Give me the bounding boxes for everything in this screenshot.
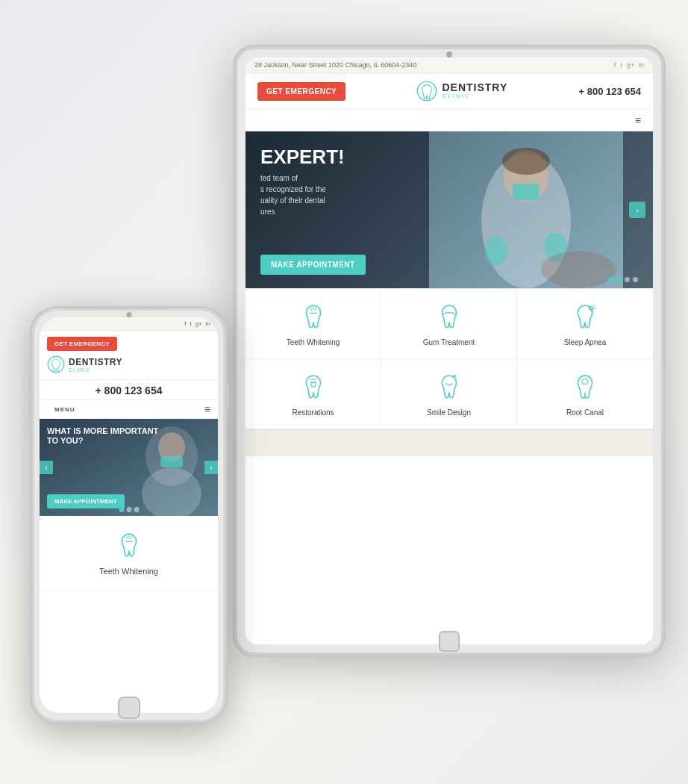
tooth-whitening-icon (298, 302, 328, 332)
svg-point-6 (502, 148, 550, 175)
service-restorations[interactable]: Restorations (246, 359, 381, 429)
phone-logo: DENTISTRY CLINIC (47, 355, 210, 373)
phone-number: + 800 123 654 (40, 380, 218, 400)
phone-topbar: f t g+ in (40, 317, 218, 331)
phone-hero-prev-arrow[interactable]: ‹ (40, 461, 53, 474)
tablet-logo-main: DENTISTRY (442, 82, 507, 93)
svg-point-7 (485, 236, 507, 266)
service-icon-smile-design (389, 371, 509, 404)
tablet-hero-image (429, 131, 623, 288)
tablet-home-button[interactable] (439, 631, 460, 652)
service-label-gum-treatment: Gum Treatment (389, 338, 509, 346)
tablet-phone-number: + 800 123 654 (579, 86, 642, 97)
hero-image-svg (429, 131, 623, 288)
phone-service-item[interactable]: Teeth Whitening (40, 516, 218, 591)
tablet-appointment-button[interactable]: MAKE APPOINTMENT (260, 255, 366, 275)
tablet-social-links: f t g+ in (614, 61, 644, 69)
tooth-sleep-icon (570, 302, 600, 332)
phone-dot-2 (126, 507, 131, 512)
tablet-hero: EXPERT! ted team of s recognized for the… (246, 131, 653, 288)
phone-hero-dots (119, 507, 139, 512)
svg-point-14 (582, 379, 588, 385)
social-fb[interactable]: f (614, 61, 616, 69)
tablet-services-grid: Teeth Whitening Gum Treatment (246, 288, 653, 429)
tablet-hero-text: EXPERT! ted team of s recognized for the… (260, 146, 345, 217)
hero-dot-3 (625, 277, 630, 282)
tablet-camera (446, 52, 452, 57)
service-icon-restorations (253, 371, 373, 404)
phone-tooth-icon (114, 531, 144, 561)
phone-service-icon (47, 531, 210, 561)
phone-dot-3 (134, 507, 139, 512)
service-label-teeth-whitening: Teeth Whitening (253, 338, 373, 346)
tablet-bottom-strip (246, 429, 653, 456)
phone-emergency-button[interactable]: GET EMERGENCY (47, 337, 117, 351)
tooth-restore-icon (298, 373, 328, 402)
tablet-hero-dots (608, 277, 638, 282)
tablet-hamburger-icon[interactable]: ≡ (635, 114, 641, 126)
phone-home-button[interactable] (118, 697, 140, 719)
social-gp[interactable]: g+ (627, 61, 634, 69)
phone-menu-label: MENU (47, 406, 75, 413)
phone-service-label: Teeth Whitening (47, 567, 210, 576)
tooth-root-icon (570, 373, 600, 402)
phone-logo-icon (47, 355, 65, 373)
svg-rect-5 (513, 184, 540, 200)
phone-device: f t g+ in GET EMERGENCY DENTISTRY (30, 306, 228, 724)
phone-hamburger-icon[interactable]: ≡ (204, 403, 210, 415)
tablet-address: 28 Jackson, Near Street 1020 Chicago, IL… (254, 61, 416, 69)
svg-rect-19 (160, 456, 183, 467)
tablet-nav-bar: ≡ (246, 110, 653, 131)
tablet-header: GET EMERGENCY DENTISTRY CLINIC + 800 123… (246, 73, 653, 110)
phone-screen-container: f t g+ in GET EMERGENCY DENTISTRY (40, 317, 218, 713)
svg-point-9 (541, 251, 616, 288)
scene: 28 Jackson, Near Street 1020 Chicago, IL… (0, 0, 688, 784)
phone-header: GET EMERGENCY DENTISTRY CLINIC (40, 331, 218, 380)
phone-screen: f t g+ in GET EMERGENCY DENTISTRY (40, 317, 218, 713)
service-icon-teeth-whitening (253, 301, 373, 334)
tablet-hero-next-arrow[interactable]: › (629, 202, 645, 218)
tablet-device: 28 Jackson, Near Street 1020 Chicago, IL… (233, 45, 666, 657)
phone-vol-down-button (28, 399, 32, 417)
social-in[interactable]: in (639, 61, 644, 69)
phone-hero: WHAT IS MORE IMPORTANT TO YOU? MAKE APPO… (40, 419, 218, 516)
service-sleep-apnea[interactable]: Sleep Apnea (517, 289, 653, 359)
service-icon-gum-treatment (389, 301, 509, 334)
tablet-screen: 28 Jackson, Near Street 1020 Chicago, IL… (246, 57, 653, 644)
phone-hero-next-arrow[interactable]: › (204, 461, 218, 474)
phone-logo-main: DENTISTRY (69, 357, 122, 367)
tablet-logo-sub: CLINIC (442, 93, 507, 100)
service-icon-sleep-apnea (525, 301, 645, 334)
tooth-gum-icon (434, 302, 464, 332)
phone-vol-up-button (28, 376, 32, 393)
tablet-emergency-button[interactable]: GET EMERGENCY (257, 82, 345, 101)
phone-social-fb[interactable]: f (184, 320, 186, 327)
phone-dot-1 (119, 507, 124, 512)
tablet-hero-subtitle: ted team of s recognized for the uality … (260, 172, 345, 217)
service-gum-treatment[interactable]: Gum Treatment (381, 289, 517, 359)
service-teeth-whitening[interactable]: Teeth Whitening (246, 289, 381, 359)
tooth-smile-icon (434, 373, 464, 402)
tablet-logo-icon (416, 81, 437, 102)
phone-appointment-button[interactable]: MAKE APPOINTMENT (47, 494, 125, 508)
service-label-restorations: Restorations (253, 408, 373, 417)
phone-social-in[interactable]: in (206, 320, 210, 327)
phone-camera (126, 312, 131, 317)
phone-power-button (225, 383, 229, 410)
phone-logo-text: DENTISTRY CLINIC (69, 357, 122, 373)
service-label-root-canal: Root Canal (525, 408, 645, 417)
phone-social-tw[interactable]: t (190, 320, 191, 327)
tablet-logo: DENTISTRY CLINIC (416, 81, 507, 102)
phone-social-gp[interactable]: g+ (196, 320, 202, 327)
phone-hero-title: WHAT IS MORE IMPORTANT TO YOU? (47, 426, 158, 446)
service-smile-design[interactable]: Smile Design (381, 359, 517, 429)
service-root-canal[interactable]: Root Canal (517, 359, 653, 429)
tablet-topbar: 28 Jackson, Near Street 1020 Chicago, IL… (246, 57, 653, 73)
social-tw[interactable]: t (620, 61, 622, 69)
phone-nav-bar: MENU ≡ (40, 400, 218, 419)
hero-dot-4 (633, 277, 638, 282)
phone-hero-text: WHAT IS MORE IMPORTANT TO YOU? (47, 426, 158, 446)
service-label-smile-design: Smile Design (389, 408, 509, 417)
hero-dot-1 (608, 277, 613, 282)
service-icon-root-canal (525, 371, 645, 404)
